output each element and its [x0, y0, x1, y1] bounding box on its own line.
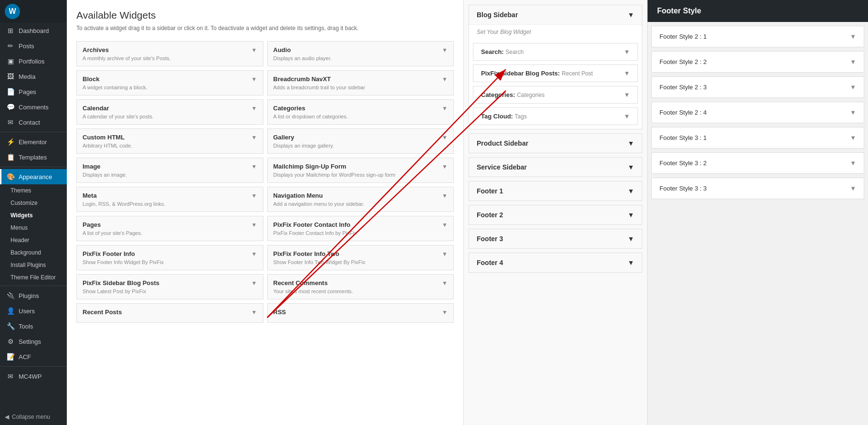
footer-style-item[interactable]: Footer Style 2 : 4 ▼	[651, 102, 864, 123]
widget-item[interactable]: Pages ▼ A list of your site's Pages.	[76, 216, 263, 241]
widget-desc: Arbitrary HTML code.	[83, 143, 257, 149]
widget-item[interactable]: PixFix Footer Contact Info ▼ PixFix Foot…	[267, 216, 454, 241]
chevron-down-icon: ▼	[850, 33, 856, 40]
widget-item[interactable]: Recent Posts ▼	[76, 303, 263, 323]
sidebar-item-comments[interactable]: 💬 Comments	[0, 99, 67, 115]
chevron-down-icon: ▼	[850, 58, 856, 65]
widget-item[interactable]: Breadcrumb NavXT ▼ Adds a breadcrumb tra…	[267, 70, 454, 96]
widget-item[interactable]: Mailchimp Sign-Up Form ▼ Displays your M…	[267, 158, 454, 183]
widget-item[interactable]: Calendar ▼ A calendar of your site's pos…	[76, 99, 263, 125]
widget-title: PixFix Footer Info	[83, 250, 135, 257]
widget-area-title: Footer 4	[477, 259, 503, 266]
chevron-down-icon: ▼	[850, 134, 856, 141]
sidebar-sub-widgets[interactable]: Widgets	[0, 209, 67, 222]
sidebar-item-pages[interactable]: 📄 Pages	[0, 84, 67, 99]
sidebar-sub-background[interactable]: Background	[0, 246, 67, 259]
widget-area-desc: Set Your Blog Widget	[469, 25, 642, 39]
sidebar-item-media[interactable]: 🖼 Media	[0, 69, 67, 84]
footer-style-item[interactable]: Footer Style 2 : 1 ▼	[651, 26, 864, 47]
placed-widget[interactable]: Search: Search ▼	[473, 43, 638, 61]
footer-style-item[interactable]: Footer Style 3 : 1 ▼	[651, 127, 864, 149]
widget-area-header[interactable]: Footer 3 ▼	[469, 229, 642, 248]
footer-style-item[interactable]: Footer Style 2 : 2 ▼	[651, 51, 864, 73]
widget-desc: Displays your Mailchimp for WordPress si…	[273, 172, 448, 178]
widget-area-header[interactable]: Footer 4 ▼	[469, 253, 642, 272]
widget-item[interactable]: Recent Comments ▼ Your site's most recen…	[267, 274, 454, 299]
sidebar-sub-install-plugins[interactable]: Install Plugins	[0, 259, 67, 271]
chevron-down-icon: ▼	[624, 70, 630, 77]
widget-area: Footer 4 ▼	[469, 253, 642, 273]
chevron-down-icon: ▼	[442, 134, 448, 141]
sidebar-item-users[interactable]: 👤 Users	[0, 303, 67, 319]
sidebar-item-posts[interactable]: ✏ Posts	[0, 38, 67, 53]
sidebar-item-mc4wp[interactable]: ✉ MC4WP	[0, 369, 67, 384]
widget-area-header[interactable]: Product Sidebar ▼	[469, 134, 642, 153]
widget-title: RSS	[273, 308, 286, 316]
widget-desc: PixFix Footer Contact Info by PixFix	[273, 230, 448, 236]
appearance-icon: 🎨	[6, 173, 15, 181]
footer-style-header: Footer Style	[648, 0, 868, 22]
footer-style-item[interactable]: Footer Style 3 : 3 ▼	[651, 178, 864, 199]
wp-logo: W	[5, 4, 20, 19]
sidebar-item-settings[interactable]: ⚙ Settings	[0, 334, 67, 349]
collapse-menu-button[interactable]: ◀ Collapse menu	[0, 409, 67, 425]
sidebar-item-appearance[interactable]: 🎨 Appearance	[0, 169, 67, 184]
widget-area-title: Product Sidebar	[477, 139, 528, 147]
widget-area-header[interactable]: Service Sidebar ▼	[469, 158, 642, 177]
widget-title: Image	[83, 163, 101, 170]
widget-item[interactable]: PixFix Footer Info Two ▼ Show Footer Inf…	[267, 245, 454, 270]
page-title: Available Widgets	[76, 10, 454, 21]
chevron-down-icon: ▼	[442, 105, 448, 112]
posts-icon: ✏	[6, 42, 15, 50]
chevron-down-icon: ▼	[442, 222, 448, 228]
sidebar-item-dashboard[interactable]: ⊞ Dashboard	[0, 23, 67, 38]
chevron-down-icon: ▼	[627, 163, 634, 171]
chevron-down-icon: ▼	[251, 309, 257, 316]
widget-title: Categories	[273, 105, 305, 112]
comments-icon: 💬	[6, 103, 15, 111]
placed-widget[interactable]: Categories: Categories ▼	[473, 86, 638, 104]
widget-area-header[interactable]: Footer 2 ▼	[469, 205, 642, 224]
footer-style-item[interactable]: Footer Style 3 : 2 ▼	[651, 152, 864, 174]
widget-title: Pages	[83, 221, 101, 228]
footer-style-item[interactable]: Footer Style 2 : 3 ▼	[651, 76, 864, 98]
widget-area-header[interactable]: Blog Sidebar ▼	[469, 5, 642, 24]
sidebar-sub-theme-file-editor[interactable]: Theme File Editor	[0, 271, 67, 284]
widget-desc: Displays an image.	[83, 172, 257, 178]
widget-item[interactable]: Block ▼ A widget containing a block.	[76, 70, 263, 96]
widget-item[interactable]: PixFix Footer Info ▼ Show Footer Info Wi…	[76, 245, 263, 270]
sidebar-sub-menus[interactable]: Menus	[0, 222, 67, 234]
sidebar-item-tools[interactable]: 🔧 Tools	[0, 319, 67, 334]
placed-widget[interactable]: Tag Cloud: Tags ▼	[473, 107, 638, 125]
sidebar: W ⊞ Dashboard ✏ Posts ▣ Portfolios 🖼 Med…	[0, 0, 67, 425]
sidebar-sub-customize[interactable]: Customize	[0, 197, 67, 209]
widget-item[interactable]: Image ▼ Displays an image.	[76, 158, 263, 183]
sidebar-item-plugins[interactable]: 🔌 Plugins	[0, 288, 67, 303]
widget-item[interactable]: Meta ▼ Login, RSS, & WordPress.org links…	[76, 187, 263, 212]
sidebar-item-elementor[interactable]: ⚡ Elementor	[0, 134, 67, 149]
sidebar-item-portfolios[interactable]: ▣ Portfolios	[0, 53, 67, 69]
widget-item[interactable]: Gallery ▼ Displays an image gallery.	[267, 128, 454, 154]
widget-item[interactable]: Audio ▼ Displays an audio player.	[267, 41, 454, 66]
widget-item[interactable]: Custom HTML ▼ Arbitrary HTML code.	[76, 128, 263, 154]
widget-item[interactable]: PixFix Sidebar Blog Posts ▼ Show Latest …	[76, 274, 263, 299]
widget-item[interactable]: RSS ▼	[267, 303, 454, 323]
sidebar-sub-header[interactable]: Header	[0, 234, 67, 246]
widget-area-header[interactable]: Footer 1 ▼	[469, 181, 642, 201]
sidebar-item-acf[interactable]: 📝 ACF	[0, 349, 67, 364]
footer-style-list: Footer Style 2 : 1 ▼ Footer Style 2 : 2 …	[648, 26, 868, 199]
sidebar-item-contact[interactable]: ✉ Contact	[0, 115, 67, 130]
chevron-down-icon: ▼	[251, 251, 257, 257]
sidebar-sub-themes[interactable]: Themes	[0, 184, 67, 197]
placed-widget[interactable]: PixFix Sidebar Blog Posts: Recent Post ▼	[473, 64, 638, 82]
sidebar-item-templates[interactable]: 📋 Templates	[0, 149, 67, 165]
widget-desc: A list or dropdown of categories.	[273, 114, 448, 119]
widget-title: Calendar	[83, 105, 109, 112]
widget-item[interactable]: Navigation Menu ▼ Add a navigation menu …	[267, 187, 454, 212]
footer-style-label: Footer Style 3 : 3	[659, 185, 707, 192]
widget-area-title: Footer 3	[477, 235, 503, 243]
widget-area: Footer 1 ▼	[469, 181, 642, 201]
widget-item[interactable]: Archives ▼ A monthly archive of your sit…	[76, 41, 263, 66]
widget-item[interactable]: Categories ▼ A list or dropdown of categ…	[267, 99, 454, 125]
contact-icon: ✉	[6, 118, 15, 126]
